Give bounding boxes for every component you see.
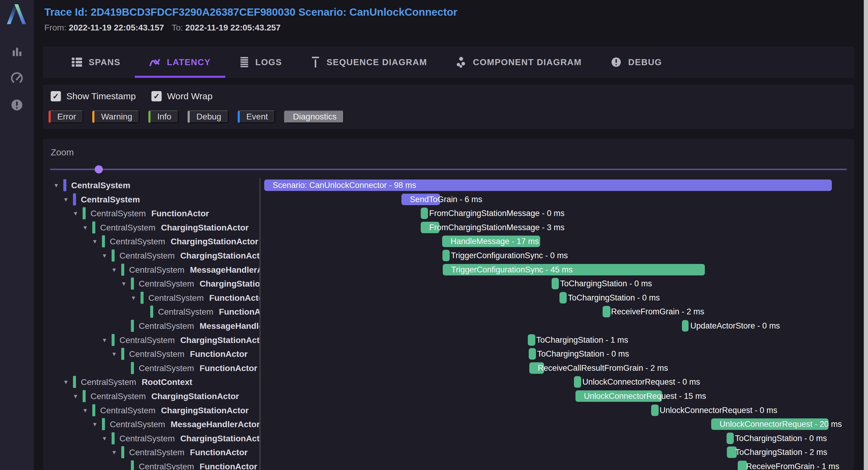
alert-circle-icon [611,57,622,68]
span-bar[interactable] [264,180,832,191]
tab-logs[interactable]: LOGS [225,46,297,78]
chevron-down-icon[interactable]: ▼ [131,291,136,305]
chevron-down-icon[interactable]: ▼ [53,178,59,192]
chevron-down-icon[interactable]: ▼ [111,263,117,277]
zoom-slider-thumb[interactable] [95,165,103,174]
chevron-down-icon[interactable]: ▼ [73,389,79,403]
chevron-down-icon[interactable]: ▼ [63,192,69,207]
span-bar[interactable] [443,264,705,275]
tree-node[interactable]: ▼CentralSystemChargingStationActor [43,333,259,347]
span-label: FromChargingStationMessage - 0 ms [429,208,565,219]
span-bar[interactable] [421,222,439,233]
chevron-down-icon[interactable]: ▼ [92,234,98,249]
bar-chart-icon[interactable] [10,45,24,59]
tree-node[interactable]: ▼CentralSystemChargingStationActor [43,234,259,249]
chevron-down-icon[interactable]: ▼ [73,206,79,221]
span-bar[interactable] [576,390,662,402]
filter-chip-diagnostics[interactable]: Diagnostics [284,111,344,123]
span-bar[interactable] [401,194,440,205]
checkbox-checked-icon[interactable]: ✓ [151,91,162,101]
tab-sequence-diagram[interactable]: SEQUENCE DIAGRAM [297,46,441,78]
trace-header: Trace Id: 2D419BCD3FDCF3290A26387CEF9800… [44,5,457,33]
app-logo [6,4,27,25]
tree-node[interactable]: ▼CentralSystem [43,192,259,207]
latency-trace-panel: Zoom ▼CentralSystem▼CentralSystem▼Centra… [43,139,854,470]
node-label: CentralSystem [81,192,140,207]
chevron-down-icon[interactable]: ▼ [102,333,107,347]
span-bar[interactable] [726,433,734,444]
filter-chip-error[interactable]: Error [49,111,83,123]
tree-node[interactable]: ▼CentralSystemFunctionActor [43,206,259,221]
span-bar[interactable] [602,306,611,317]
tree-node[interactable]: ▼CentralSystem [43,178,259,192]
alert-circle-icon[interactable] [10,98,24,112]
tab-component-diagram[interactable]: COMPONENT DIAGRAM [441,46,596,78]
tree-node[interactable]: ▼CentralSystemChargingStationActor [43,277,259,291]
span-bar[interactable] [559,292,567,304]
vertical-scrollbar[interactable] [864,0,868,470]
chevron-down-icon[interactable]: ▼ [82,221,88,235]
node-color-bar [131,460,134,470]
tree-node[interactable]: ▼CentralSystemFunctionActor [43,445,259,460]
span-bar[interactable] [442,250,450,261]
node-label: CentralSystemChargingStationActor [100,221,249,235]
filter-chip-warning[interactable]: Warning [92,111,140,123]
span-bar[interactable] [442,236,540,247]
tree-node[interactable]: ▼CentralSystemChargingStationActor [43,403,259,417]
node-color-bar [73,193,76,206]
span-bar[interactable] [711,418,829,430]
tree-node[interactable]: CentralSystemFunctionActor [43,361,259,375]
tree-node[interactable]: ▼CentralSystemFunctionActor [43,291,259,305]
span-bar[interactable] [738,461,747,470]
filter-chip-info[interactable]: Info [148,111,179,123]
tree-node[interactable]: CentralSystemMessageHandlerActor [43,319,259,333]
chevron-down-icon[interactable]: ▼ [111,445,117,460]
chevron-down-icon[interactable]: ▼ [102,249,107,263]
span-bar[interactable] [727,446,737,458]
span-bar[interactable] [421,208,428,219]
tree-node[interactable]: CentralSystemFunctionActor [43,460,259,470]
chevron-down-icon[interactable]: ▼ [82,403,88,417]
gantt-row: ToChargingStation - 0 ms [261,431,854,445]
filter-chip-event[interactable]: Event [238,111,275,123]
node-color-bar [131,278,134,290]
span-bar[interactable] [528,334,535,346]
tab-spans[interactable]: SPANS [57,46,135,78]
node-label: CentralSystemFunctionActor [148,291,259,305]
tree-node[interactable]: ▼CentralSystemFunctionActor [43,347,259,361]
pane-divider[interactable] [259,178,260,470]
tree-node[interactable]: CentralSystemFunctionActor [43,305,259,319]
span-bar[interactable] [529,362,544,374]
tree-node[interactable]: ▼CentralSystemRootContext [43,375,259,389]
span-bar[interactable] [552,278,559,289]
tree-node[interactable]: ▼CentralSystemMessageHandlerActor [43,263,259,277]
tab-latency[interactable]: LATENCY [135,46,225,78]
tree-node[interactable]: ▼CentralSystemChargingStationActor [43,431,259,445]
span-label: ReceiveCallResultFromGrain - 2 ms [538,362,668,374]
show-timestamp-checkbox[interactable]: ✓ Show Timestamp [51,91,136,101]
chevron-down-icon[interactable]: ▼ [92,417,98,431]
chevron-down-icon[interactable]: ▼ [111,347,117,361]
node-color-bar [150,306,153,318]
span-bar[interactable] [682,320,688,332]
zoom-slider-track[interactable] [50,169,847,170]
span-bar[interactable] [574,376,581,388]
filter-chip-debug[interactable]: Debug [188,111,228,123]
chevron-down-icon[interactable]: ▼ [63,375,69,389]
tree-node[interactable]: ▼CentralSystemChargingStationActor [43,249,259,263]
gauge-icon[interactable] [10,72,24,85]
chevron-down-icon[interactable]: ▼ [102,431,107,445]
tree-node[interactable]: ▼CentralSystemChargingStationActor [43,221,259,235]
tab-debug[interactable]: DEBUG [596,46,677,78]
checkbox-checked-icon[interactable]: ✓ [51,91,61,101]
node-label: CentralSystem [71,178,130,192]
node-color-bar [131,320,134,332]
node-color-bar [63,179,66,191]
word-wrap-checkbox[interactable]: ✓ Word Wrap [151,91,213,101]
tree-node[interactable]: ▼CentralSystemMessageHandlerActor [43,417,259,431]
zoom-slider[interactable] [50,165,847,173]
span-bar[interactable] [529,348,536,359]
tree-node[interactable]: ▼CentralSystemChargingStationActor [43,389,259,403]
chevron-down-icon[interactable]: ▼ [121,277,127,291]
span-bar[interactable] [651,405,659,416]
